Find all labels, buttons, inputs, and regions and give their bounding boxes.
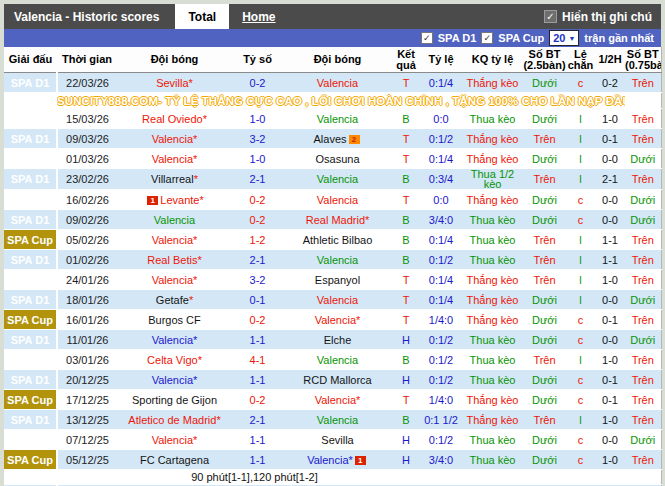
team-cell[interactable]: Espanyol xyxy=(283,270,392,290)
team-cell[interactable]: Real Oviedo* xyxy=(117,109,232,129)
over-under-2-5-cell: Dưới xyxy=(523,370,566,390)
handicap-odds-cell: 0:1/2 xyxy=(420,330,462,350)
match-row[interactable]: SPA D118/01/26Getafe*0-1ValenciaT0:1/4Th… xyxy=(4,290,661,310)
odd-even-cell: c xyxy=(566,330,595,350)
score-cell: 2-1 xyxy=(232,410,283,430)
home-team-star: * xyxy=(365,214,369,226)
recent-count-select[interactable]: 20 ▼ xyxy=(549,30,579,46)
table-body: SPA D122/03/26Sevilla*0-2ValenciaT0:1/4T… xyxy=(4,73,661,486)
score-cell: 1-1 xyxy=(232,330,283,350)
match-row[interactable]: SPA D101/02/26Real Betis*2-1ValenciaB0:1… xyxy=(4,250,661,270)
match-row[interactable]: SPA Cup05/02/26Valencia*1-2Athletic Bilb… xyxy=(4,230,661,250)
recent-count-value: 20 xyxy=(553,32,565,44)
home-team-star: * xyxy=(193,234,197,246)
match-row[interactable]: SPA D109/02/26Valencia0-2Real Madrid*B3/… xyxy=(4,210,661,230)
date-cell: 16/02/26 xyxy=(57,190,117,210)
red-card-badge-icon: 1 xyxy=(147,196,158,205)
team-cell[interactable]: RCD Mallorca xyxy=(283,370,392,390)
match-row[interactable]: SPA D109/03/26Valencia*3-2Alaves2T0:1/2T… xyxy=(4,129,661,149)
show-notes-toggle[interactable]: ✓ Hiển thị ghi chú xyxy=(544,4,661,29)
team-cell[interactable]: Getafe* xyxy=(117,290,232,310)
match-row[interactable]: SPA D107/12/25Valencia*1-1SevillaH0:1/2T… xyxy=(4,430,661,450)
match-row[interactable]: SPA D111/01/26Valencia*1-1ElcheH0:1/2Thu… xyxy=(4,330,661,350)
team-cell[interactable]: Valencia xyxy=(283,250,392,270)
over-under-0-75-cell: Trên xyxy=(625,450,661,470)
team-cell[interactable]: Athletic Bilbao xyxy=(283,230,392,250)
team-cell[interactable]: Valencia* xyxy=(117,430,232,450)
checkbox-checked-icon[interactable]: ✓ xyxy=(544,10,557,23)
team-cell[interactable]: Valencia xyxy=(283,290,392,310)
team-cell[interactable]: Sevilla* xyxy=(117,73,232,93)
ad-banner-link[interactable]: SUNCITY888.COM- TỶ LỆ THẮNG CỰC CAO , LỐ… xyxy=(57,93,625,109)
team-cell[interactable]: Sporting de Gijon xyxy=(117,390,232,410)
team-name: Getafe xyxy=(156,294,189,306)
over-under-2-5-cell: Dưới xyxy=(523,109,566,129)
team-cell[interactable]: Valencia* xyxy=(117,370,232,390)
column-header: Số BT (0.75bàn) xyxy=(625,47,661,73)
team-cell[interactable]: Valencia xyxy=(283,73,392,93)
spa-d1-checkbox[interactable]: ✓ xyxy=(421,32,433,44)
team-cell[interactable]: Valencia* xyxy=(117,129,232,149)
team-cell[interactable]: Villarreal* xyxy=(117,169,232,190)
team-cell[interactable]: 1Levante* xyxy=(117,190,232,210)
match-row[interactable]: SPA D115/03/26Real Oviedo*1-0ValenciaB0:… xyxy=(4,109,661,129)
team-cell[interactable]: Valencia xyxy=(283,169,392,190)
league-cell: SPA D1 xyxy=(4,250,57,270)
team-cell[interactable]: Valencia* xyxy=(117,149,232,169)
team-cell[interactable]: Real Betis* xyxy=(117,250,232,270)
tab-home[interactable]: Home xyxy=(229,4,288,29)
team-cell[interactable]: Valencia* xyxy=(283,310,392,330)
match-row[interactable]: SPA Cup16/01/26Burgos CF0-2Valencia*T1/4… xyxy=(4,310,661,330)
team-cell[interactable]: Valencia*1 xyxy=(283,450,392,470)
team-cell[interactable]: Valencia xyxy=(117,210,232,230)
match-row[interactable]: SPA D103/01/26Celta Vigo*4-1ValenciaB0:1… xyxy=(4,350,661,370)
team-cell[interactable]: Real Madrid* xyxy=(283,210,392,230)
team-cell[interactable]: Valencia xyxy=(283,190,392,210)
match-row[interactable]: SPA D116/02/261Levante*0-2ValenciaT0:0Th… xyxy=(4,190,661,210)
team-cell[interactable]: Valencia* xyxy=(283,390,392,410)
team-cell[interactable]: Valencia xyxy=(283,410,392,430)
team-cell[interactable]: Valencia xyxy=(283,109,392,129)
match-row[interactable]: SPA D120/12/25Valencia*1-1RCD MallorcaH0… xyxy=(4,370,661,390)
team-cell[interactable]: Elche xyxy=(283,330,392,350)
half-time-score-cell: 1-1 xyxy=(595,250,625,270)
team-cell[interactable]: Valencia* xyxy=(117,230,232,250)
match-row[interactable]: SPA D124/01/26Valencia*3-2EspanyolT0:1/4… xyxy=(4,270,661,290)
team-name: Villarreal xyxy=(151,173,194,185)
team-cell[interactable]: Alaves2 xyxy=(283,129,392,149)
tab-total[interactable]: Total xyxy=(175,4,229,29)
team-cell[interactable]: Valencia* xyxy=(117,270,232,290)
handicap-odds-cell: 0:1/4 xyxy=(420,149,462,169)
match-row[interactable]: SPA D113/12/25Atletico de Madrid*2-1Vale… xyxy=(4,410,661,430)
match-row[interactable]: SPA Cup17/12/25Sporting de Gijon0-2Valen… xyxy=(4,390,661,410)
match-row[interactable]: SPA Cup05/12/25FC Cartagena1-1Valencia*1… xyxy=(4,450,661,470)
result-cell: B xyxy=(392,410,420,430)
date-cell: 01/03/26 xyxy=(57,149,117,169)
team-name: Athletic Bilbao xyxy=(303,234,373,246)
league-cell: SPA D1 xyxy=(4,129,57,149)
result-cell: B xyxy=(392,350,420,370)
spa-cup-checkbox[interactable]: ✓ xyxy=(481,32,493,44)
team-name: Valencia xyxy=(317,294,358,306)
handicap-result-cell: Thua kèo xyxy=(462,450,523,470)
team-cell[interactable]: Osasuna xyxy=(283,149,392,169)
team-cell[interactable]: Burgos CF xyxy=(117,310,232,330)
match-row[interactable]: SPA D122/03/26Sevilla*0-2ValenciaT0:1/4T… xyxy=(4,73,661,93)
team-cell[interactable]: Valencia xyxy=(283,350,392,370)
team-cell[interactable]: Atletico de Madrid* xyxy=(117,410,232,430)
team-cell[interactable]: Valencia* xyxy=(117,330,232,350)
match-row[interactable]: SPA D123/02/26Villarreal*2-1ValenciaB0:3… xyxy=(4,169,661,190)
league-cell: SPA Cup xyxy=(4,310,57,330)
note-left-gap xyxy=(4,470,117,485)
match-row[interactable]: SPA D101/03/26Valencia*1-0OsasunaT0:1/4T… xyxy=(4,149,661,169)
red-card-badge-icon: 2 xyxy=(349,135,360,144)
result-cell: H xyxy=(392,450,420,470)
page-title: Valencia - Historic scores xyxy=(4,4,175,29)
team-cell[interactable]: Celta Vigo* xyxy=(117,350,232,370)
team-cell[interactable]: Sevilla xyxy=(283,430,392,450)
over-under-2-5-cell: Dưới xyxy=(523,290,566,310)
column-header: Giải đấu xyxy=(4,47,57,73)
handicap-result-cell: Thua kèo xyxy=(462,230,523,250)
odd-even-cell: l xyxy=(566,250,595,270)
team-cell[interactable]: FC Cartagena xyxy=(117,450,232,470)
